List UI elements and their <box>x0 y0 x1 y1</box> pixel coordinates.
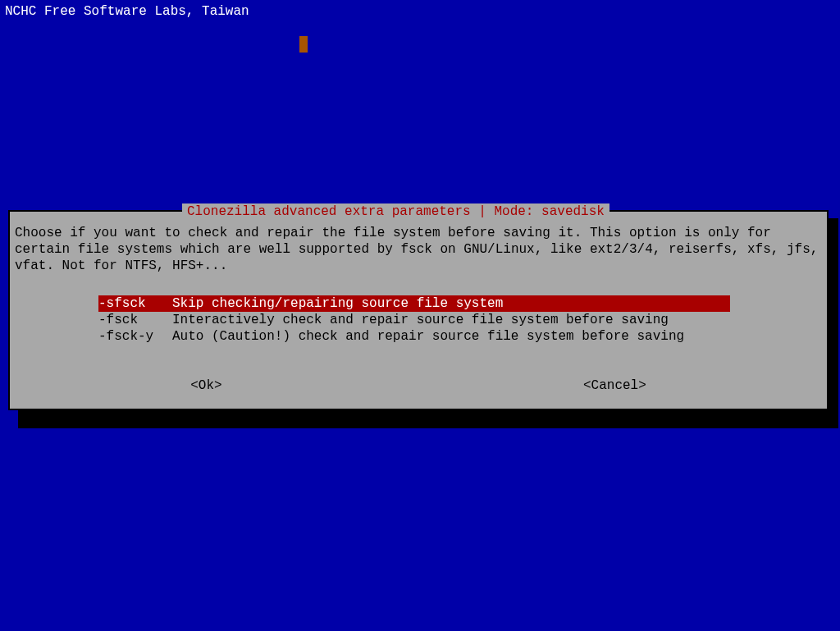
option-sfsck[interactable]: -sfsck Skip checking/repairing source fi… <box>98 295 730 312</box>
ok-button[interactable]: <Ok> <box>187 377 225 394</box>
text-cursor <box>299 36 308 53</box>
dialog-buttons: <Ok> <Cancel> <box>10 377 827 394</box>
dialog-shadow-right <box>829 218 838 428</box>
option-desc: Auto (Caution!) check and repair source … <box>172 328 730 345</box>
cancel-button[interactable]: <Cancel> <box>580 377 650 394</box>
terminal-screen: NCHC Free Software Labs, Taiwan Clonezil… <box>0 0 840 631</box>
dialog-box: Clonezilla advanced extra parameters | M… <box>8 210 829 410</box>
dialog-description: Choose if you want to check and repair t… <box>10 212 827 281</box>
header-title: NCHC Free Software Labs, Taiwan <box>5 3 249 20</box>
dialog-title: Clonezilla advanced extra parameters | M… <box>182 203 609 220</box>
dialog-shadow-bottom <box>18 410 838 428</box>
options-list: -sfsck Skip checking/repairing source fi… <box>98 295 730 345</box>
option-desc: Interactively check and repair source fi… <box>172 312 730 328</box>
option-flag: -fsck-y <box>98 328 172 345</box>
option-fsck[interactable]: -fsck Interactively check and repair sou… <box>98 312 730 328</box>
option-desc: Skip checking/repairing source file syst… <box>172 295 730 312</box>
option-flag: -fsck <box>98 312 172 328</box>
option-flag: -sfsck <box>98 295 172 312</box>
option-fsck-y[interactable]: -fsck-y Auto (Caution!) check and repair… <box>98 328 730 345</box>
